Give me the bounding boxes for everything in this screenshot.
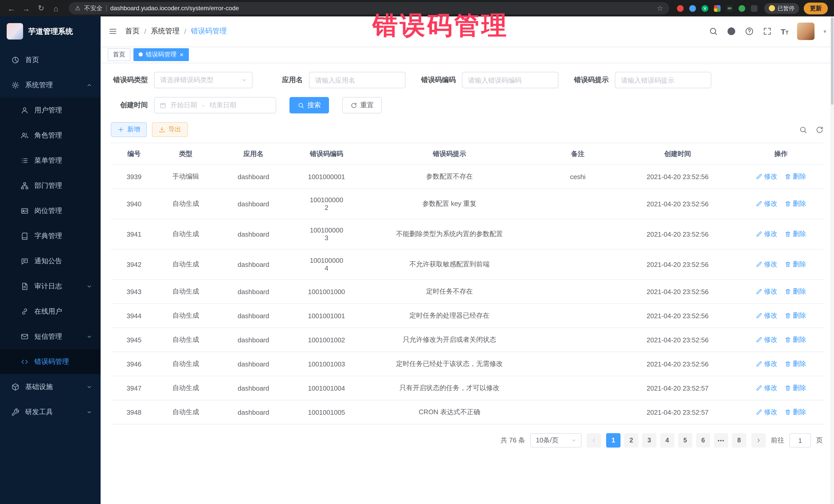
help-icon[interactable] (745, 27, 754, 36)
sidebar-item-dept-management[interactable]: 部门管理 (0, 173, 101, 198)
breadcrumb-item-1[interactable]: 系统管理 (151, 27, 180, 36)
scrollbar[interactable] (830, 17, 834, 504)
edit-button[interactable]: 修改 (756, 311, 777, 320)
sidebar-item-role-management[interactable]: 角色管理 (0, 123, 101, 148)
cell-time: 2021-04-20 23:52:56 (617, 280, 738, 304)
sidebar-item-post-management[interactable]: 岗位管理 (0, 198, 101, 223)
refresh-icon[interactable] (815, 126, 824, 134)
github-icon[interactable] (727, 27, 736, 36)
search-button[interactable]: 搜索 (289, 97, 329, 113)
tools-icon (11, 408, 20, 416)
sidebar-item-home[interactable]: 首页 (0, 47, 101, 72)
sidebar-item-infrastructure[interactable]: 基础设施 (0, 374, 101, 399)
edit-button[interactable]: 修改 (756, 359, 777, 369)
pager-ellipsis[interactable]: ••• (714, 433, 728, 447)
sidebar-item-menu-management[interactable]: 菜单管理 (0, 148, 101, 173)
app-name-input[interactable] (309, 72, 405, 88)
edit-button[interactable]: 修改 (756, 199, 777, 209)
delete-button[interactable]: 删除 (785, 199, 806, 209)
sidebar-item-error-code-management[interactable]: 错误码管理 (0, 349, 101, 374)
update-button[interactable]: 更新 (804, 2, 828, 14)
delete-button[interactable]: 删除 (785, 408, 806, 417)
page-button-3[interactable]: 3 (642, 433, 656, 447)
hamburger-icon[interactable] (108, 27, 117, 36)
page-button-1[interactable]: 1 (606, 433, 620, 447)
extension-v-icon[interactable]: V (702, 5, 708, 12)
extension-grid-icon[interactable] (714, 5, 721, 12)
delete-button[interactable]: 删除 (785, 260, 806, 269)
extension-green-icon[interactable] (739, 5, 745, 12)
page-button-5[interactable]: 5 (678, 433, 692, 447)
toggle-search-icon[interactable] (799, 126, 807, 134)
prev-page-button[interactable] (587, 433, 601, 447)
page-button-8[interactable]: 8 (732, 433, 746, 447)
tab-close-icon[interactable]: × (180, 51, 183, 58)
tab-home[interactable]: 首页 (108, 48, 130, 61)
edit-button[interactable]: 修改 (756, 172, 777, 181)
pagination: 共 76 条 10条/页 123456•••8 前往 页 (111, 424, 824, 447)
edit-button[interactable]: 修改 (756, 260, 777, 269)
breadcrumb-item-2[interactable]: 错误码管理 (191, 27, 227, 36)
bookmark-star-icon[interactable]: ☆ (657, 4, 663, 12)
pen-icon (756, 312, 762, 319)
sidebar-item-user-management[interactable]: 用户管理 (0, 97, 101, 123)
delete-button[interactable]: 删除 (785, 287, 806, 296)
extension-blue-icon[interactable] (689, 5, 696, 12)
edit-button[interactable]: 修改 (756, 335, 777, 344)
extension-record-icon[interactable] (677, 5, 684, 12)
tab-error-code[interactable]: 错误码管理× (133, 48, 189, 61)
page-button-4[interactable]: 4 (660, 433, 674, 447)
reset-button-label: 重置 (360, 101, 374, 110)
breadcrumb-item-0[interactable]: 首页 (125, 27, 139, 36)
edit-button[interactable]: 修改 (756, 287, 777, 296)
font-size-icon[interactable]: TT (781, 27, 789, 35)
scrollbar-thumb[interactable] (831, 18, 833, 105)
sidebar-item-notice[interactable]: 通知公告 (0, 248, 101, 273)
extension-puzzle-icon[interactable] (751, 5, 758, 12)
sidebar-item-sms-management[interactable]: 短信管理 (0, 324, 101, 349)
page-size-select[interactable]: 10条/页 (530, 433, 581, 447)
delete-button[interactable]: 删除 (785, 335, 806, 344)
logo[interactable]: 芋道管理系统 (0, 17, 101, 46)
back-icon[interactable]: ← (6, 4, 17, 13)
create-time-range[interactable]: 开始日期 - 结束日期 (154, 97, 276, 113)
sidebar-item-audit-log[interactable]: 审计日志 (0, 273, 101, 299)
user-avatar[interactable] (797, 23, 815, 40)
extension-on-icon[interactable]: on (726, 5, 733, 12)
add-button[interactable]: 新增 (111, 122, 147, 137)
not-secure-label[interactable]: 不安全 (84, 4, 103, 13)
page-button-2[interactable]: 2 (624, 433, 638, 447)
delete-button[interactable]: 删除 (785, 229, 806, 239)
reload-icon[interactable]: ↻ (36, 4, 46, 13)
next-page-button[interactable] (751, 433, 766, 447)
paused-badge[interactable]: 已暂停 (764, 3, 799, 14)
edit-button[interactable]: 修改 (756, 229, 777, 239)
address-bar[interactable]: ⚠ 不安全 dashboard.yudao.iocoder.cn/system/… (69, 2, 669, 14)
delete-button[interactable]: 删除 (785, 311, 806, 320)
export-button[interactable]: 导出 (152, 122, 188, 137)
chevron-down-icon[interactable]: ▾ (824, 28, 826, 35)
search-icon[interactable] (709, 27, 718, 36)
sidebar-item-system-management[interactable]: 系统管理 (0, 72, 101, 97)
error-msg-input[interactable] (615, 72, 711, 88)
sidebar-item-online-users[interactable]: 在线用户 (0, 299, 101, 324)
user-icon (21, 106, 29, 114)
delete-button[interactable]: 删除 (785, 384, 806, 393)
delete-button[interactable]: 删除 (785, 172, 806, 181)
fullscreen-icon[interactable] (763, 27, 772, 36)
delete-button[interactable]: 删除 (785, 359, 806, 369)
forward-icon[interactable]: → (21, 4, 31, 13)
sidebar-item-dev-tools[interactable]: 研发工具 (0, 399, 101, 424)
edit-button[interactable]: 修改 (756, 384, 777, 393)
sidebar-item-dict-management[interactable]: 字典管理 (0, 223, 101, 248)
table-row: 3944自动生成dashboard1001001001定时任务的处理器已经存在2… (111, 304, 824, 328)
browser-home-icon[interactable]: ⌂ (51, 4, 61, 13)
cell-id: 3943 (111, 280, 157, 304)
goto-page-input[interactable] (789, 433, 811, 447)
edit-button[interactable]: 修改 (756, 408, 777, 417)
error-type-select[interactable]: 请选择错误码类型 (154, 72, 253, 88)
reset-button[interactable]: 重置 (342, 97, 382, 113)
start-date-placeholder: 开始日期 (170, 101, 197, 110)
error-code-input[interactable] (462, 72, 558, 88)
page-button-6[interactable]: 6 (696, 433, 710, 447)
